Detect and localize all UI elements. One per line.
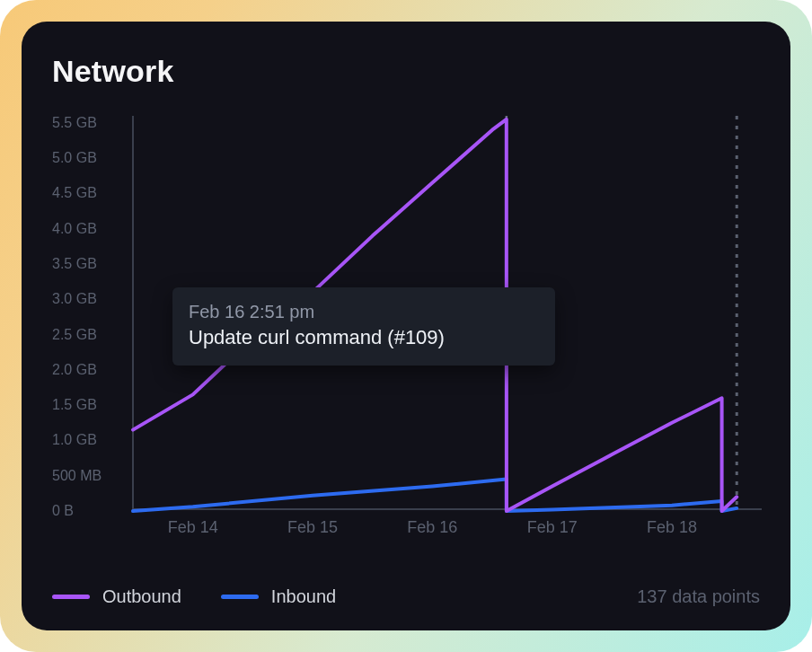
- y-tick-label: 1.5 GB: [52, 397, 124, 413]
- y-tick-label: 0 B: [52, 503, 124, 519]
- x-tick-label: Feb 18: [647, 518, 697, 537]
- outbound-swatch: [52, 595, 90, 599]
- legend-inbound-label: Inbound: [271, 586, 336, 607]
- inbound-swatch: [221, 595, 259, 599]
- legend-inbound[interactable]: Inbound: [221, 586, 336, 607]
- y-tick-label: 5.5 GB: [52, 115, 124, 131]
- x-axis: Feb 14Feb 15Feb 16Feb 17Feb 18: [133, 518, 762, 545]
- gradient-frame: Network 5.5 GB5.0 GB4.5 GB4.0 GB3.5 GB3.…: [0, 0, 812, 652]
- card-title: Network: [52, 54, 763, 89]
- y-tick-label: 5.0 GB: [52, 150, 124, 166]
- legend-outbound[interactable]: Outbound: [52, 586, 181, 607]
- x-tick-label: Feb 17: [527, 518, 578, 537]
- x-tick-label: Feb 14: [168, 518, 218, 537]
- event-tooltip: Feb 16 2:51 pm Update curl command (#109…: [172, 287, 555, 366]
- y-tick-label: 2.5 GB: [52, 327, 124, 343]
- series-inbound: [133, 480, 737, 511]
- y-tick-label: 2.0 GB: [52, 362, 124, 378]
- y-tick-label: 3.5 GB: [52, 256, 124, 272]
- x-tick-label: Feb 16: [407, 518, 457, 537]
- y-tick-label: 3.0 GB: [52, 291, 124, 307]
- y-tick-label: 4.5 GB: [52, 185, 124, 201]
- tooltip-time: Feb 16 2:51 pm: [189, 302, 539, 322]
- tooltip-title: Update curl command (#109): [189, 326, 539, 349]
- y-axis: 5.5 GB5.0 GB4.5 GB4.0 GB3.5 GB3.0 GB2.5 …: [52, 116, 124, 511]
- y-tick-label: 500 MB: [52, 468, 124, 484]
- x-tick-label: Feb 15: [287, 518, 338, 537]
- y-tick-label: 1.0 GB: [52, 432, 124, 448]
- y-tick-label: 4.0 GB: [52, 221, 124, 237]
- network-card: Network 5.5 GB5.0 GB4.5 GB4.0 GB3.5 GB3.…: [22, 22, 790, 630]
- legend-row: Outbound Inbound 137 data points: [52, 586, 760, 607]
- legend-outbound-label: Outbound: [102, 586, 181, 607]
- data-points-count: 137 data points: [637, 586, 760, 607]
